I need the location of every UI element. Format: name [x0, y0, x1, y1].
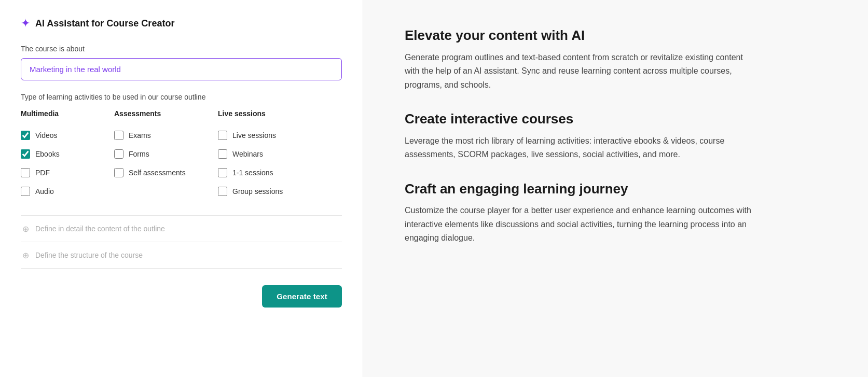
checkbox-forms[interactable]: Forms — [114, 145, 218, 163]
feature-elevate-title: Elevate your content with AI — [405, 27, 757, 45]
checkbox-self-assessments[interactable]: Self assessments — [114, 163, 218, 182]
ai-icon: ✦ — [21, 17, 30, 30]
app-title: AI Assistant for Course Creator — [35, 18, 174, 29]
course-input[interactable] — [21, 58, 342, 80]
checkbox-exams-input[interactable] — [114, 131, 123, 140]
feature-journey-title: Craft an engaging learning journey — [405, 180, 757, 198]
left-panel: ✦ AI Assistant for Course Creator The co… — [0, 0, 363, 377]
checkbox-self-assessments-input[interactable] — [114, 168, 123, 177]
expand-structure[interactable]: ⊕ Define the structure of the course — [21, 242, 342, 269]
checkbox-exams[interactable]: Exams — [114, 126, 218, 145]
live-sessions-column: Live sessions Live sessions Webinars 1-1… — [218, 109, 322, 201]
app-header: ✦ AI Assistant for Course Creator — [21, 17, 342, 30]
feature-interactive-desc: Leverage the most rich library of learni… — [405, 134, 757, 162]
feature-elevate-desc: Generate program outlines and text-based… — [405, 51, 757, 92]
course-label: The course is about — [21, 45, 342, 53]
expand-content-label: Define in detail the content of the outl… — [35, 225, 165, 233]
expand-content-detail[interactable]: ⊕ Define in detail the content of the ou… — [21, 216, 342, 242]
expand-content-icon: ⊕ — [21, 224, 30, 233]
expand-structure-label: Define the structure of the course — [35, 251, 143, 259]
checkbox-webinars-input[interactable] — [218, 149, 227, 159]
checkbox-1-1-sessions-input[interactable] — [218, 168, 227, 177]
multimedia-header: Multimedia — [21, 109, 114, 119]
assessments-column: Assessments Exams Forms Self assessments — [114, 109, 218, 201]
checkboxes-grid: Multimedia Videos Ebooks PDF Audio Asses… — [21, 109, 342, 201]
assessments-header: Assessments — [114, 109, 218, 119]
activities-label: Type of learning activities to be used i… — [21, 93, 342, 101]
feature-elevate: Elevate your content with AI Generate pr… — [405, 27, 757, 92]
checkbox-group-sessions[interactable]: Group sessions — [218, 182, 322, 201]
checkbox-videos-input[interactable] — [21, 131, 30, 140]
expand-section: ⊕ Define in detail the content of the ou… — [21, 215, 342, 269]
checkbox-pdf[interactable]: PDF — [21, 163, 114, 182]
live-sessions-header: Live sessions — [218, 109, 322, 119]
feature-journey-desc: Customize the course player for a better… — [405, 204, 757, 245]
feature-journey: Craft an engaging learning journey Custo… — [405, 180, 757, 245]
checkbox-1-1-sessions[interactable]: 1-1 sessions — [218, 163, 322, 182]
expand-structure-icon: ⊕ — [21, 250, 30, 260]
checkbox-live-sessions[interactable]: Live sessions — [218, 126, 322, 145]
feature-interactive-title: Create interactive courses — [405, 110, 757, 128]
checkbox-group-sessions-input[interactable] — [218, 187, 227, 196]
checkbox-webinars[interactable]: Webinars — [218, 145, 322, 163]
checkbox-live-sessions-input[interactable] — [218, 131, 227, 140]
checkbox-audio-input[interactable] — [21, 187, 30, 196]
right-panel: Elevate your content with AI Generate pr… — [363, 0, 868, 377]
generate-btn-row: Generate text — [21, 285, 342, 308]
generate-text-button[interactable]: Generate text — [262, 285, 342, 308]
feature-interactive: Create interactive courses Leverage the … — [405, 110, 757, 162]
checkbox-ebooks-input[interactable] — [21, 149, 30, 159]
multimedia-column: Multimedia Videos Ebooks PDF Audio — [21, 109, 114, 201]
checkbox-forms-input[interactable] — [114, 149, 123, 159]
checkbox-audio[interactable]: Audio — [21, 182, 114, 201]
checkbox-videos[interactable]: Videos — [21, 126, 114, 145]
checkbox-ebooks[interactable]: Ebooks — [21, 145, 114, 163]
checkbox-pdf-input[interactable] — [21, 168, 30, 177]
